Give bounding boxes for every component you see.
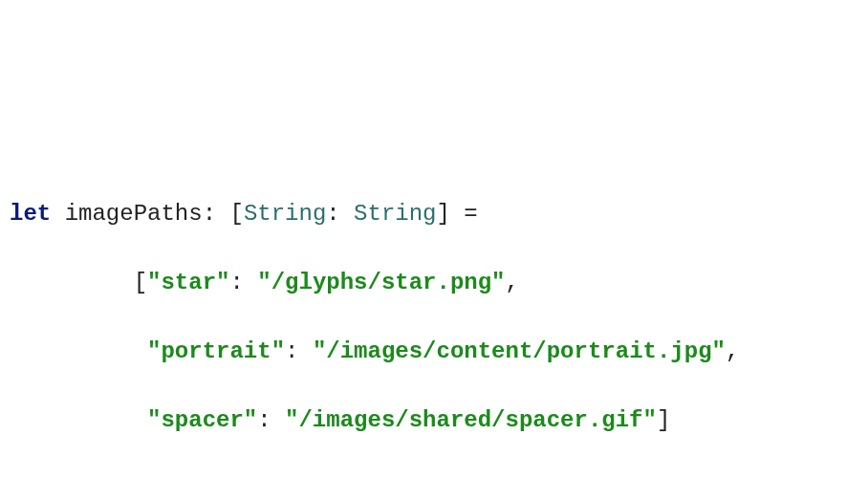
- keyword-let: let: [10, 201, 51, 227]
- code-line: let imagePaths: [String: String] =: [10, 197, 858, 231]
- type-name: String: [244, 201, 326, 227]
- code-line: "spacer": "/images/shared/spacer.gif"]: [10, 403, 858, 438]
- code-editor[interactable]: let imagePaths: [String: String] = ["sta…: [10, 163, 858, 501]
- punct-colon: :: [257, 407, 271, 433]
- type-name: String: [354, 201, 436, 227]
- punct-lbracket: [: [134, 270, 147, 295]
- string-literal: "portrait": [147, 338, 285, 364]
- punct-colon: :: [326, 201, 339, 227]
- string-literal: "/images/content/portrait.jpg": [313, 338, 726, 364]
- punct-colon: :: [203, 201, 216, 227]
- string-literal: "/glyphs/star.png": [257, 270, 505, 295]
- punct-colon: :: [285, 338, 298, 364]
- punct-rbracket: ]: [437, 201, 450, 227]
- punct-lbracket: [: [229, 201, 243, 227]
- punct-eq: =: [464, 201, 477, 227]
- string-literal: "star": [147, 270, 229, 295]
- punct-rbracket: ]: [657, 407, 670, 433]
- punct-colon: :: [229, 270, 243, 295]
- code-line: ["star": "/glyphs/star.png",: [10, 266, 858, 300]
- string-literal: "/images/shared/spacer.gif": [285, 407, 657, 433]
- punct-comma: ,: [506, 270, 519, 295]
- punct-comma: ,: [726, 338, 739, 364]
- code-line: "portrait": "/images/content/portrait.jp…: [10, 335, 858, 369]
- identifier: imagePaths: [65, 201, 203, 227]
- code-line-blank: [10, 472, 858, 501]
- string-literal: "spacer": [147, 407, 257, 433]
